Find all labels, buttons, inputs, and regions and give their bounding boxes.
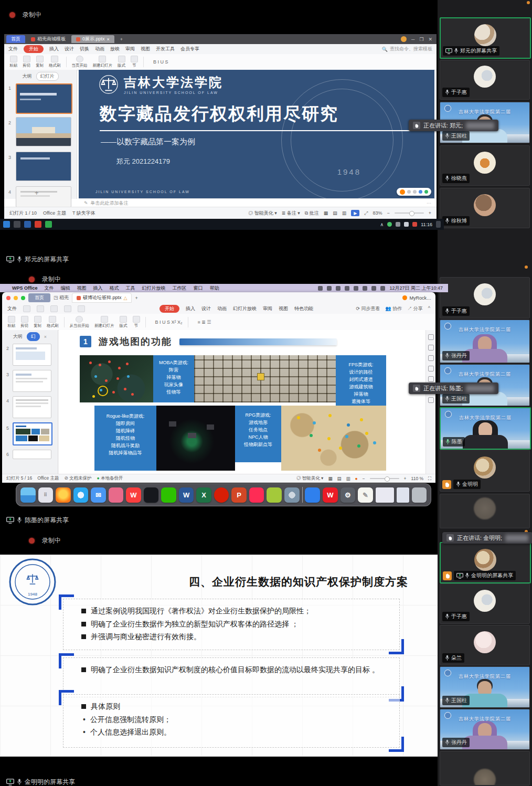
participant-tile[interactable]: 朵兰: [440, 625, 530, 665]
ribbon-tab-review[interactable]: 审阅: [125, 46, 135, 52]
tab-home[interactable]: 首页: [6, 35, 25, 43]
tray-network-icon[interactable]: [404, 222, 409, 227]
status-icon[interactable]: [336, 286, 341, 291]
dock-powerpoint-icon[interactable]: P: [231, 487, 247, 503]
dock-safari-icon[interactable]: [73, 487, 89, 503]
menu-file[interactable]: 文件: [7, 305, 17, 312]
save-icon[interactable]: [37, 305, 44, 312]
dock-wps-icon[interactable]: W: [126, 487, 141, 503]
sync-view-button[interactable]: ⟳ 同步查看: [356, 305, 380, 312]
undo-icon[interactable]: [64, 305, 71, 312]
menu-tools[interactable]: 工具: [126, 285, 135, 292]
participant-tile[interactable]: 金明明: [440, 450, 530, 492]
view-sorter-icon[interactable]: ▤: [337, 476, 341, 481]
meeting-app-icon[interactable]: [45, 221, 52, 228]
section-button[interactable]: 节: [131, 56, 138, 68]
fit-icon[interactable]: ⤢: [364, 210, 368, 216]
close-button[interactable]: [6, 296, 10, 300]
participant-tile-video-speaking[interactable]: 吉林大学法学院第二届 陈墨: [440, 407, 531, 450]
participant-tile[interactable]: 徐秋博: [440, 188, 530, 228]
open-icon[interactable]: [23, 305, 30, 312]
ribbon-tab-animation[interactable]: 动画: [95, 46, 104, 52]
copy-button[interactable]: 复制: [36, 56, 44, 68]
ribbon-tab-insert[interactable]: 插入: [49, 46, 59, 52]
doc-protect-status[interactable]: ⊘ 文档未保护: [65, 475, 92, 482]
rail-icon[interactable]: [428, 334, 434, 340]
notes-bar[interactable]: ✎ 单击此处添加备注 ⋯: [79, 198, 437, 207]
play-from-current-button[interactable]: 从当前开始: [70, 316, 90, 328]
menu-format[interactable]: 格式: [110, 285, 119, 292]
tray-expand-icon[interactable]: ∧: [380, 222, 384, 227]
tab-docer-store[interactable]: ◳ 稻壳: [54, 294, 69, 301]
slides-tab[interactable]: 幻: [27, 332, 40, 341]
menu-window[interactable]: 窗口: [194, 285, 203, 292]
dock-netease-music-icon[interactable]: [214, 487, 229, 503]
local-backup-status[interactable]: ● 本地备份开: [97, 475, 123, 482]
close-tab-icon[interactable]: ×: [107, 37, 110, 42]
format-painter-button[interactable]: 格式刷: [49, 56, 61, 68]
ribbon-tab-design[interactable]: 设计: [201, 305, 211, 312]
smart-beautify-button[interactable]: ◎ 智能美化 ▾: [296, 475, 324, 482]
paste-button[interactable]: 粘贴: [7, 316, 15, 328]
maximize-button[interactable]: ❐: [419, 37, 423, 42]
status-icon[interactable]: [318, 286, 323, 291]
dock-wechat-icon[interactable]: [161, 487, 176, 503]
zoom-out-button[interactable]: −: [387, 210, 389, 216]
dock-launchpad-icon[interactable]: ⠿: [38, 487, 54, 503]
dock-settings-icon[interactable]: ⚙: [341, 487, 356, 503]
cut-button[interactable]: 剪切: [23, 56, 30, 68]
dock-photos-icon[interactable]: [109, 487, 124, 503]
menu-file[interactable]: 文件: [45, 285, 54, 292]
dock-feishu-icon[interactable]: [305, 487, 320, 503]
app-menu-title[interactable]: WPS Office: [12, 285, 38, 291]
dock-excel-icon[interactable]: X: [196, 487, 211, 503]
share-button[interactable]: ↗ 分享: [407, 305, 423, 312]
slide-thumbnail-3[interactable]: [13, 370, 51, 392]
notification-center-icon[interactable]: [436, 221, 441, 228]
format-painter-button[interactable]: 格式刷: [47, 316, 59, 328]
dock-firefox-icon[interactable]: [56, 487, 71, 503]
ribbon-tab-start[interactable]: 开始: [159, 305, 179, 313]
rail-icon[interactable]: [428, 397, 434, 403]
font-style-buttons[interactable]: B I U S: [153, 59, 168, 65]
section-button[interactable]: 节: [133, 316, 140, 328]
smart-beautify-button[interactable]: ◎ 智能美化 ▾: [248, 210, 277, 217]
tray-green-icon[interactable]: [387, 222, 392, 227]
dock-earth-browser-icon[interactable]: [284, 487, 300, 503]
rail-icon[interactable]: [428, 345, 434, 350]
layout-button[interactable]: 版式: [120, 316, 127, 328]
fullscreen-icon[interactable]: ⛶: [428, 476, 431, 482]
slide-thumbnail-2[interactable]: [13, 344, 51, 366]
theme-name[interactable]: Office 主题: [43, 210, 66, 217]
missing-font-indicator[interactable]: T 缺失字体: [72, 210, 95, 217]
view-sorter-icon[interactable]: ▤: [333, 210, 337, 216]
start-button[interactable]: [3, 221, 10, 228]
new-slide-button[interactable]: 新建幻灯片: [94, 316, 114, 328]
slide-thumbnail-6-partial[interactable]: [13, 450, 51, 459]
copy-button[interactable]: 复制: [34, 316, 41, 328]
dock-qq-icon[interactable]: [144, 487, 159, 503]
add-slide-button[interactable]: +: [35, 189, 39, 197]
minimize-button[interactable]: [14, 296, 18, 300]
menu-slideshow[interactable]: 幻灯片放映: [142, 285, 166, 292]
ribbon-tab-view[interactable]: 视图: [279, 305, 288, 312]
ribbon-tab-start[interactable]: 开始: [24, 45, 44, 53]
layout-button[interactable]: 版式: [118, 56, 125, 68]
menu-view[interactable]: 视图: [77, 285, 87, 292]
tab-document[interactable]: 硕博论坛答辩.pptx△: [72, 293, 132, 303]
new-tab-button[interactable]: +: [135, 295, 137, 301]
ribbon-tab-slideshow[interactable]: 放映: [110, 46, 120, 52]
zoom-slider[interactable]: [370, 478, 399, 479]
slide-thumbnail-3[interactable]: [16, 152, 71, 181]
participant-tile-jinmingming-share[interactable]: 金明明的屏幕共享: [440, 542, 531, 583]
tab-document[interactable]: 0展示.pptx×: [71, 35, 114, 43]
ribbon-tab-insert[interactable]: 插入: [186, 305, 195, 312]
close-panel-icon[interactable]: ×: [44, 334, 47, 339]
dock-mail-icon[interactable]: ✉: [91, 487, 106, 503]
paragraph-buttons[interactable]: ≡ ≣ ☰: [198, 320, 211, 325]
slide-thumbnail-2[interactable]: [16, 117, 71, 146]
participant-tile[interactable]: 于子惠: [440, 583, 530, 624]
menu-workspace[interactable]: 工作区: [173, 285, 187, 292]
comments-toggle-button[interactable]: ⧉ 批注: [305, 210, 319, 217]
new-tab-button[interactable]: +: [115, 35, 127, 43]
